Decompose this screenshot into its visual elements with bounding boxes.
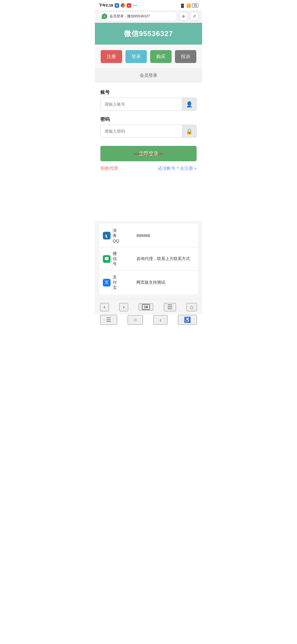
sys-menu-button[interactable]: ☰ [100, 315, 117, 325]
browser-tabs-button[interactable]: 16 [139, 304, 153, 310]
login-form: 账号 👤 密码 🔒 立即登录 www.ziyuanet.com 招收代理 还没帐… [95, 83, 202, 177]
browser-menu-button[interactable]: ☰ [164, 303, 176, 311]
alipay-icon: 支 [103, 279, 111, 286]
password-input[interactable] [101, 125, 182, 137]
more-dots: ··· [133, 3, 137, 8]
contact-table: 🐧 业务QQ 888888 💬 微信号 咨询代理，联系上方联系方式 支 支付宝 … [99, 224, 198, 294]
status-right: ▐▌ 🛜 72 [180, 3, 198, 8]
bookmark-button[interactable]: ⊕ [179, 12, 188, 21]
section-title-bar: 会员登录 [95, 69, 202, 83]
alipay-label: 支付宝 [113, 275, 117, 290]
contact-qq-value: 888888 [133, 224, 197, 247]
page-header-banner: 微信95536327 [95, 23, 202, 45]
tab-count: 16 [142, 304, 150, 310]
app-icon-sq: ■ [127, 3, 131, 8]
back-icon: ‹ [103, 304, 105, 311]
sys-home-button[interactable]: ○ [128, 315, 143, 325]
account-field: 账号 👤 [100, 89, 197, 111]
contact-qq-label-cell: 🐧 业务QQ [100, 224, 112, 247]
browser-address-bar[interactable]: 会员登录 - 微信95536327 [98, 12, 177, 21]
password-label: 密码 [100, 116, 197, 122]
page-title: 会员登录 - 微信95536327 [109, 14, 150, 19]
agent-link[interactable]: 招收代理 [100, 166, 118, 171]
account-label: 账号 [100, 89, 197, 95]
sys-accessibility-button[interactable]: ♿ [178, 315, 197, 325]
app-icon-n: N [115, 3, 119, 8]
submit-login-button[interactable]: 立即登录 www.ziyuanet.com [100, 146, 197, 161]
password-input-row: 🔒 [100, 125, 197, 138]
register-button[interactable]: 注册 [101, 50, 122, 63]
sys-menu-icon: ☰ [106, 317, 111, 323]
wifi-icon: 🛜 [186, 4, 191, 8]
table-row: 🐧 业务QQ 888888 [100, 224, 198, 247]
browser-home-button[interactable]: ⌂ [186, 303, 197, 311]
browser-bar: 会员登录 - 微信95536327 ⊕ ↺ [95, 10, 202, 23]
home-icon: ⌂ [190, 304, 193, 311]
shield-icon [102, 13, 107, 19]
table-row: 支 支付宝 网页版支持测试 [100, 271, 198, 294]
app-icon-360: 🌐 [121, 3, 125, 8]
qq-label: 业务QQ [113, 228, 119, 243]
browser-back-button[interactable]: ‹ [100, 303, 109, 311]
contact-alipay-label-cell: 支 支付宝 [100, 271, 112, 294]
password-field: 密码 🔒 [100, 116, 197, 138]
contact-alipay-value: 网页版支持测试 [133, 271, 197, 294]
account-input[interactable] [101, 98, 182, 110]
wechat-icon: 💬 [103, 255, 111, 263]
register-link[interactable]: 还没帐号？去注册 » [158, 166, 197, 171]
accessibility-icon: ♿ [184, 317, 191, 323]
buy-button[interactable]: 购买 [150, 50, 172, 63]
section-title: 会员登录 [140, 73, 157, 78]
contact-wechat-value: 咨询代理，联系上方联系方式 [133, 247, 197, 271]
signal-icon: ▐▌ [180, 4, 185, 8]
lock-icon: 🔒 [186, 128, 193, 135]
account-icon-button[interactable]: 👤 [182, 98, 196, 110]
browser-forward-button[interactable]: › [119, 303, 128, 311]
browser-bottom-nav: ‹ › 16 ☰ ⌂ [95, 299, 202, 314]
qq-icon: 🐧 [103, 232, 111, 239]
status-left: 下午2:19 N 🌐 ■ ··· [99, 3, 137, 8]
login-tab-button[interactable]: 登录 [125, 50, 147, 63]
sys-back-button[interactable]: ‹ [153, 315, 167, 325]
password-icon-button[interactable]: 🔒 [182, 125, 196, 137]
contact-wechat-label-cell: 💬 微信号 [100, 247, 112, 271]
battery-badge: 72 [192, 3, 198, 8]
sys-home-icon: ○ [134, 317, 137, 323]
forward-icon: › [123, 304, 125, 311]
site-title: 微信95536327 [99, 29, 198, 39]
browser-actions: ⊕ ↺ [179, 12, 199, 21]
refresh-button[interactable]: ↺ [190, 12, 199, 21]
wechat-label: 微信号 [113, 251, 117, 267]
status-bar: 下午2:19 N 🌐 ■ ··· ▐▌ 🛜 72 [95, 0, 202, 10]
status-time: 下午2:19 [99, 3, 113, 8]
person-icon: 👤 [186, 101, 193, 108]
links-row: 招收代理 还没帐号？去注册 » [100, 161, 197, 171]
submit-label: 立即登录 [139, 151, 158, 156]
empty-space [95, 177, 202, 221]
table-row: 💬 微信号 咨询代理，联系上方联系方式 [100, 247, 198, 271]
nav-buttons-row: 注册 登录 购买 投诉 [95, 45, 202, 69]
system-nav: ☰ ○ ‹ ♿ [95, 314, 202, 329]
contact-section: 🐧 业务QQ 888888 💬 微信号 咨询代理，联系上方联系方式 支 支付宝 … [95, 221, 202, 299]
complaint-button[interactable]: 投诉 [175, 50, 196, 63]
sys-back-icon: ‹ [160, 317, 161, 323]
menu-icon: ☰ [167, 304, 173, 311]
account-input-row: 👤 [100, 98, 197, 111]
